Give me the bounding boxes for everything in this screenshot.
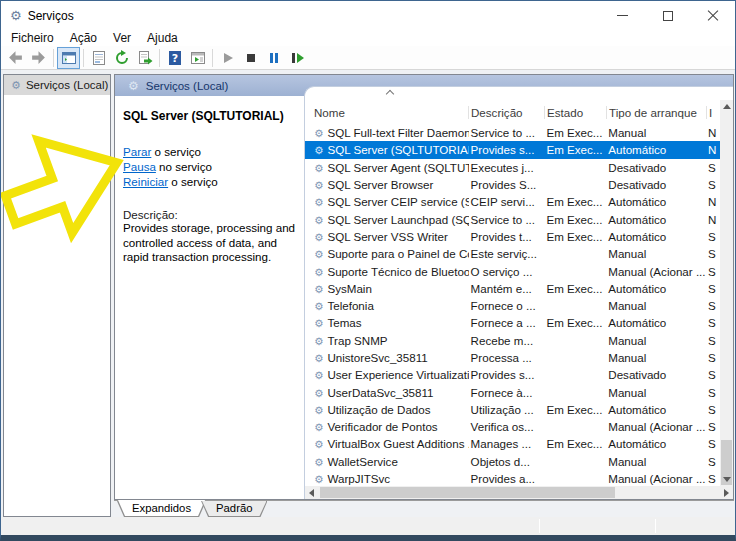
minimize-button[interactable] bbox=[600, 1, 645, 30]
scroll-left-button[interactable] bbox=[305, 486, 318, 499]
cell-estado: Em Exec... bbox=[544, 437, 606, 450]
restart-service-suffix: o serviço bbox=[168, 175, 218, 188]
column-header-iniciar-sessao[interactable]: I bbox=[707, 106, 721, 119]
tab-padrao[interactable]: Padrão bbox=[201, 501, 267, 517]
services-window: ⚙ Serviços FicheiroAçãoVerAjuda bbox=[0, 0, 736, 541]
table-row[interactable]: ⚙WalletServiceObjetos d...ManualS bbox=[305, 453, 720, 470]
table-row[interactable]: ⚙SQL Full-text Filter Daemon...Service t… bbox=[305, 124, 720, 141]
service-gear-icon: ⚙ bbox=[314, 231, 323, 243]
table-row[interactable]: ⚙Trap SNMPRecebe m...ManualS bbox=[305, 332, 720, 349]
service-gear-icon: ⚙ bbox=[314, 179, 323, 191]
table-row[interactable]: ⚙VirtualBox Guest Additions ...Manages .… bbox=[305, 435, 720, 452]
cell-iniciar-sessao: S bbox=[706, 265, 720, 278]
service-name: SQL Server Agent (SQLTUTO... bbox=[327, 161, 468, 174]
toolbar-separator bbox=[159, 49, 160, 67]
maximize-icon bbox=[663, 11, 673, 21]
service-gear-icon: ⚙ bbox=[314, 162, 323, 174]
refresh-button[interactable] bbox=[110, 47, 133, 69]
cell-tipo-de-arranque: Desativado bbox=[606, 368, 706, 381]
cell-tipo-de-arranque: Automático bbox=[606, 195, 706, 208]
titlebar[interactable]: ⚙ Serviços bbox=[1, 1, 735, 30]
extended-view-button[interactable] bbox=[186, 47, 209, 69]
service-gear-icon: ⚙ bbox=[314, 127, 323, 139]
table-row[interactable]: ⚙TemasFornece a ...Em Exec...AutomáticoS bbox=[305, 314, 720, 331]
menu-item-ficheiro[interactable]: Ficheiro bbox=[3, 31, 62, 45]
cell-descricao: Service to ... bbox=[469, 213, 545, 226]
horizontal-scroll-thumb[interactable] bbox=[320, 487, 615, 498]
column-header-tipo-de-arranque[interactable]: Tipo de arranque bbox=[607, 106, 707, 119]
close-button[interactable] bbox=[690, 1, 735, 30]
service-name: Trap SNMP bbox=[327, 334, 387, 347]
table-row[interactable]: ⚙Suporte para o Painel de Co...Este serv… bbox=[305, 245, 720, 262]
table-row[interactable]: ⚙SQL Server CEIP service (SQ...CEIP serv… bbox=[305, 193, 720, 210]
scroll-down-button[interactable] bbox=[720, 473, 733, 486]
service-gear-icon: ⚙ bbox=[314, 438, 323, 450]
cell-tipo-de-arranque: Manual bbox=[606, 334, 706, 347]
help-button[interactable]: ? bbox=[163, 47, 186, 69]
pause-service-button[interactable] bbox=[262, 47, 285, 69]
tree-item-servicos-local[interactable]: ⚙ Serviços (Local) bbox=[4, 75, 110, 95]
cell-descricao: Fornece a ... bbox=[469, 316, 545, 329]
cell-descricao: O serviço ... bbox=[469, 265, 545, 278]
table-row[interactable]: ⚙UnistoreSvc_35811Processa ...ManualS bbox=[305, 349, 720, 366]
horizontal-scrollbar[interactable] bbox=[305, 486, 733, 499]
table-row[interactable]: ⚙Suporte Técnico de BluetoothO serviço .… bbox=[305, 262, 720, 279]
vertical-scrollbar[interactable] bbox=[720, 100, 733, 486]
table-row[interactable]: ⚙SysMainMantém e...Em Exec...AutomáticoS bbox=[305, 280, 720, 297]
column-header-descricao[interactable]: Descrição bbox=[469, 106, 545, 119]
cell-nome: ⚙WalletService bbox=[312, 455, 469, 468]
cell-descricao: Recebe m... bbox=[469, 334, 545, 347]
cell-descricao: Fornece o ... bbox=[469, 299, 545, 312]
scroll-right-button[interactable] bbox=[720, 486, 733, 499]
menu-item-ajuda[interactable]: Ajuda bbox=[139, 31, 186, 45]
stop-service-line: Parar o serviço bbox=[123, 144, 304, 159]
cell-descricao: Manages ... bbox=[469, 437, 545, 450]
cell-nome: ⚙SQL Server (SQLTUTORIAL) bbox=[312, 143, 469, 156]
properties-button[interactable] bbox=[87, 47, 110, 69]
table-row[interactable]: ⚙Verificador de PontosVerifica os...Manu… bbox=[305, 418, 720, 435]
column-header-nome[interactable]: Nome bbox=[312, 106, 469, 119]
restart-service-link[interactable]: Reiniciar bbox=[123, 175, 168, 188]
cell-iniciar-sessao: S bbox=[706, 178, 720, 191]
service-name: SQL Server VSS Writer bbox=[327, 230, 447, 243]
table-row[interactable]: ⚙SQL Server (SQLTUTORIAL)Provides s...Em… bbox=[305, 141, 720, 158]
start-service-button[interactable] bbox=[216, 47, 239, 69]
scroll-right-icon bbox=[724, 489, 729, 497]
column-header-estado[interactable]: Estado bbox=[545, 106, 607, 119]
service-gear-icon: ⚙ bbox=[314, 317, 323, 329]
service-gear-icon: ⚙ bbox=[314, 404, 323, 416]
forward-button[interactable] bbox=[27, 47, 50, 69]
back-button[interactable] bbox=[4, 47, 27, 69]
table-row[interactable]: ⚙SQL Server Launchpad (SQL...Service to … bbox=[305, 210, 720, 227]
cell-iniciar-sessao: S bbox=[706, 161, 720, 174]
maximize-button[interactable] bbox=[645, 1, 690, 30]
stop-service-button[interactable] bbox=[239, 47, 262, 69]
cell-tipo-de-arranque: Manual bbox=[606, 299, 706, 312]
table-row[interactable]: ⚙SQL Server VSS WriterProvides t...Em Ex… bbox=[305, 228, 720, 245]
show-console-tree-icon bbox=[61, 50, 77, 66]
menu-item-acao[interactable]: Ação bbox=[62, 31, 105, 45]
show-console-tree-button[interactable] bbox=[57, 47, 80, 69]
table-row[interactable]: ⚙Utilização de DadosUtilização ...Em Exe… bbox=[305, 401, 720, 418]
extended-view-title: Serviços (Local) bbox=[146, 80, 228, 92]
pause-service-link[interactable]: Pausa bbox=[123, 160, 156, 173]
cell-tipo-de-arranque: Automático bbox=[606, 143, 706, 156]
export-list-button[interactable] bbox=[133, 47, 156, 69]
tab-expandidos[interactable]: Expandidos bbox=[117, 501, 206, 517]
table-row[interactable]: ⚙UserDataSvc_35811Fornece à...ManualS bbox=[305, 383, 720, 400]
service-gear-icon: ⚙ bbox=[314, 196, 323, 208]
menu-item-ver[interactable]: Ver bbox=[105, 31, 139, 45]
table-row[interactable]: ⚙SQL Server BrowserProvides S...Desativa… bbox=[305, 176, 720, 193]
scroll-down-icon bbox=[723, 477, 731, 482]
services-header-icon: ⚙ bbox=[128, 79, 139, 93]
cell-iniciar-sessao: S bbox=[706, 455, 720, 468]
cell-nome: ⚙Utilização de Dados bbox=[312, 403, 469, 416]
table-row[interactable]: ⚙WarpJITSvcProvides a...Manual (Acionar … bbox=[305, 470, 720, 486]
table-row[interactable]: ⚙User Experience Virtualizati...Provides… bbox=[305, 366, 720, 383]
restart-service-button[interactable] bbox=[285, 47, 308, 69]
table-row[interactable]: ⚙SQL Server Agent (SQLTUTO...Executes j.… bbox=[305, 159, 720, 176]
stop-service-link[interactable]: Parar bbox=[123, 145, 151, 158]
table-row[interactable]: ⚙TelefoniaFornece o ...ManualS bbox=[305, 297, 720, 314]
service-name: Suporte Técnico de Bluetooth bbox=[327, 265, 468, 278]
scroll-up-button[interactable] bbox=[720, 100, 733, 113]
